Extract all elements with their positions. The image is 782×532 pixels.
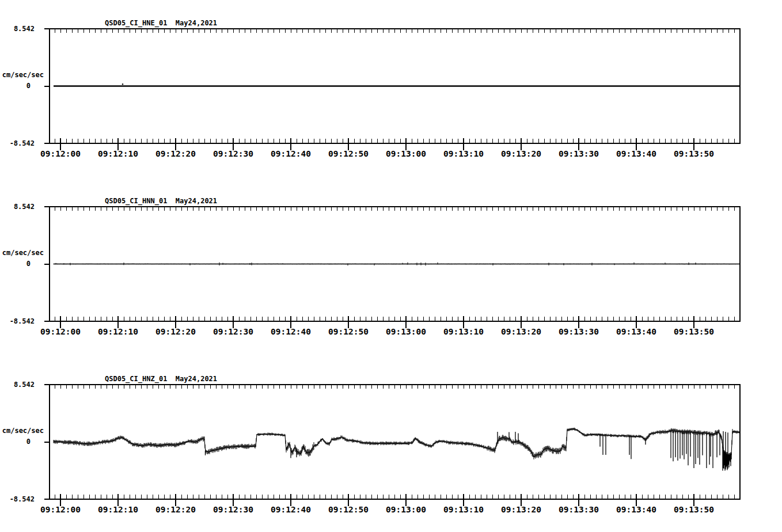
trace-dot xyxy=(122,83,123,85)
panel-title: QSD05_CI_HNZ_01 May24,2021 xyxy=(105,375,217,383)
y-axis-unit-label: cm/sec/sec xyxy=(0,249,44,257)
x-tick-label: 09:13:10 xyxy=(442,149,485,158)
x-tick-label: 09:12:00 xyxy=(39,327,82,336)
y-axis-max-label: 8.542 xyxy=(0,381,35,389)
panel-plot-1 xyxy=(44,207,741,328)
x-tick-label: 09:12:40 xyxy=(269,505,312,514)
y-axis-max-label: 8.542 xyxy=(0,203,35,211)
x-tick-label: 09:12:50 xyxy=(327,149,370,158)
panel-plot-2 xyxy=(44,385,741,506)
x-tick-label: 09:12:30 xyxy=(212,327,255,336)
x-tick-label: 09:13:00 xyxy=(385,505,427,514)
seismogram-page: QSD05_CI_HNE_01 May24,2021 8.542 cm/sec/… xyxy=(0,0,782,532)
plots-canvas xyxy=(0,0,782,532)
x-tick-label: 09:12:00 xyxy=(39,505,82,514)
y-axis-min-label: -8.542 xyxy=(0,317,35,325)
y-axis-unit-label: cm/sec/sec xyxy=(0,71,44,79)
x-tick-label: 09:12:40 xyxy=(269,327,312,336)
x-tick-label: 09:13:40 xyxy=(615,327,658,336)
y-axis-zero-label: 0 xyxy=(0,260,31,268)
x-tick-label: 09:12:50 xyxy=(327,505,370,514)
x-tick-label: 09:12:10 xyxy=(97,149,139,158)
x-tick-label: 09:13:20 xyxy=(500,327,542,336)
x-tick-label: 09:12:20 xyxy=(154,149,197,158)
x-tick-label: 09:12:30 xyxy=(212,149,255,158)
panel-plot-0 xyxy=(44,29,741,150)
y-axis-min-label: -8.542 xyxy=(0,495,35,503)
x-tick-label: 09:13:50 xyxy=(673,505,715,514)
x-tick-label: 09:13:30 xyxy=(557,149,600,158)
x-tick-label: 09:13:30 xyxy=(557,505,600,514)
x-tick-label: 09:12:40 xyxy=(269,149,312,158)
x-tick-label: 09:13:40 xyxy=(615,505,658,514)
x-tick-label: 09:13:00 xyxy=(385,149,427,158)
y-axis-max-label: 8.542 xyxy=(0,25,35,33)
x-tick-label: 09:13:50 xyxy=(673,327,715,336)
x-tick-label: 09:13:50 xyxy=(673,149,715,158)
x-tick-label: 09:13:10 xyxy=(442,505,485,514)
x-tick-label: 09:12:50 xyxy=(327,327,370,336)
panel-title: QSD05_CI_HNN_01 May24,2021 xyxy=(105,197,217,205)
y-axis-unit-label: cm/sec/sec xyxy=(0,427,44,435)
panel-title: QSD05_CI_HNE_01 May24,2021 xyxy=(105,19,217,27)
x-tick-label: 09:12:00 xyxy=(39,149,82,158)
x-tick-label: 09:12:20 xyxy=(154,505,197,514)
y-axis-min-label: -8.542 xyxy=(0,139,35,147)
minor-ticks xyxy=(55,385,734,499)
x-tick-label: 09:13:30 xyxy=(557,327,600,336)
x-tick-label: 09:12:10 xyxy=(97,505,139,514)
x-tick-label: 09:13:40 xyxy=(615,149,658,158)
x-tick-label: 09:13:20 xyxy=(500,505,542,514)
x-tick-label: 09:13:10 xyxy=(442,327,485,336)
x-tick-label: 09:12:30 xyxy=(212,505,255,514)
x-tick-label: 09:12:20 xyxy=(154,327,197,336)
y-axis-zero-label: 0 xyxy=(0,82,31,90)
x-tick-label: 09:13:00 xyxy=(385,327,427,336)
x-tick-label: 09:12:10 xyxy=(97,327,139,336)
y-axis-zero-label: 0 xyxy=(0,438,31,446)
x-tick-label: 09:13:20 xyxy=(500,149,542,158)
trace-spikes xyxy=(206,431,732,471)
axes-frame xyxy=(44,385,741,499)
